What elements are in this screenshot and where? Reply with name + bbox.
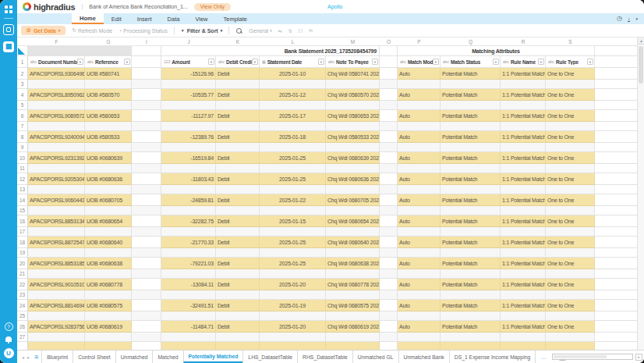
cell-mode[interactable] [398,311,441,321]
refresh-mode-button[interactable]: ↻ Refresh Mode [72,27,112,34]
row-number[interactable]: 6 [17,110,28,122]
cell-dci[interactable]: Debit [216,131,260,143]
cell-date[interactable]: 2025-01-17 [260,110,326,122]
cell-type[interactable]: One to One [546,300,595,311]
cell-note[interactable] [326,227,380,237]
cell-date[interactable]: 2025-01-19 [260,300,326,311]
cell-note[interactable] [326,333,380,342]
document-icon[interactable] [3,24,14,35]
cell-spacer[interactable] [132,342,161,350]
cell-date[interactable] [260,185,326,194]
filter-button[interactable]: ▾ [208,59,214,65]
filter-button[interactable]: ▾ [372,59,378,65]
cell-ref[interactable] [85,248,132,258]
cell-note[interactable]: Chq Wdl 0680705 2022092 [326,194,380,206]
cell-type[interactable]: One to One [546,89,595,101]
cell-spacer[interactable] [380,333,398,342]
cell-spacer[interactable] [132,300,161,311]
cell-status[interactable] [441,311,501,321]
cell-ref[interactable]: UOB #0680654 [85,215,132,227]
cell-mode[interactable]: Auto [398,300,441,311]
sheet-tab-control-sheet[interactable]: Control Sheet [73,351,115,363]
cell-status[interactable]: Potential Match [441,173,501,185]
cell-status[interactable] [441,164,501,173]
cell-status[interactable] [441,290,501,300]
cell-ref[interactable]: UOB #0680575 [85,300,132,311]
row-number[interactable]: 14 [17,194,28,206]
cell-ref[interactable]: UOB #0680619 [85,321,132,333]
cell-type[interactable] [546,122,595,131]
download-icon[interactable]: ↓ [628,16,631,23]
cell-amount[interactable] [161,122,216,131]
cell-dci[interactable] [216,143,260,152]
cell-type[interactable]: One to One [546,237,595,248]
cell-status[interactable]: Potential Match [441,194,501,206]
cell-spacer[interactable] [132,321,161,333]
cell-dci[interactable] [216,122,260,131]
cell-dci[interactable]: Debit [216,237,260,248]
row-number[interactable]: 4 [17,89,28,101]
cell-amount[interactable] [161,185,216,194]
cell-rule[interactable] [501,185,546,194]
menu-tab-edit[interactable]: Edit [104,13,129,24]
row-number[interactable]: 19 [17,248,28,258]
cell-amount[interactable]: -11803.43 [161,173,216,185]
cell-spacer[interactable] [380,131,398,143]
row-number[interactable]: 15 [17,206,28,215]
cell-rule[interactable] [501,248,546,258]
cell-mode[interactable] [398,164,441,173]
cell-mode[interactable]: Auto [398,321,441,333]
menu-tab-home[interactable]: Home [72,13,104,24]
vertical-scrollbar-thumb[interactable] [639,46,643,84]
cell-type[interactable]: One to One [546,279,595,290]
column-letter-K[interactable]: K [216,37,260,46]
cell-dci[interactable] [216,342,260,350]
cell-type[interactable] [546,80,595,89]
cell-spacer[interactable] [132,131,161,143]
cell-dci[interactable] [216,333,260,342]
cell-rule[interactable] [501,311,546,321]
header-cell-mode[interactable]: abcMatch Mode▾ [398,56,441,68]
cell-date[interactable]: 2025-01-15 [260,215,326,227]
filter-button[interactable]: ▾ [252,59,258,65]
cell-status[interactable]: Potential Match [441,68,501,80]
search-icon[interactable] [235,27,242,34]
cell-status[interactable]: Potential Match [441,89,501,101]
cell-doc[interactable]: APACSPORSL8950962460 [28,89,85,101]
scroll-right-icon[interactable]: ▸ [635,354,642,361]
cell-note[interactable]: Chq Wdl 0680640 2022022 [326,237,380,248]
cell-type[interactable] [546,101,595,110]
workspace-link[interactable]: Apollo [327,4,342,9]
header-cell-status[interactable]: abcMatch Status▾ [441,56,501,68]
cell-doc[interactable] [28,101,85,110]
cell-type[interactable] [546,206,595,215]
cell-spacer[interactable] [132,269,161,279]
cell-spacer[interactable] [132,237,161,248]
cell-spacer[interactable] [380,290,398,300]
cell-status[interactable]: Potential Match [441,131,501,143]
cell-doc[interactable]: APACSPORSL9089572877 [28,110,85,122]
cell-date[interactable] [260,80,326,89]
cell-dci[interactable] [216,185,260,194]
vertical-scrollbar[interactable]: ▲ [637,37,644,350]
cell-dci[interactable]: Debit [216,279,260,290]
sheet-tab-unmatched[interactable]: Unmatched [115,351,153,363]
cell-type[interactable] [546,290,595,300]
cell-doc[interactable] [28,185,85,194]
menu-tab-insert[interactable]: Insert [129,13,160,24]
header-cell-doc[interactable]: abcDocument Number▾ [28,56,85,68]
cell-date[interactable] [260,101,326,110]
cell-dci[interactable] [216,80,260,89]
sheet-tab-unmatched-bank[interactable]: Unmatched Bank [398,351,449,363]
cell-note[interactable]: Chq Wdl 0580570 2022041 [326,89,380,101]
cell-doc[interactable] [28,143,85,152]
cell-amount[interactable] [161,333,216,342]
cell-rule[interactable] [501,342,546,350]
cell-status[interactable]: Potential Match [441,152,501,164]
column-letter-F[interactable]: F [28,37,85,46]
cell-ref[interactable]: UOB #580653 [85,110,132,122]
cell-doc[interactable]: APACSPORSL9231392780 [28,152,85,164]
cell-ref[interactable]: UOB #0680636 [85,173,132,185]
row-number[interactable]: 9 [17,143,28,152]
cell-mode[interactable] [398,248,441,258]
